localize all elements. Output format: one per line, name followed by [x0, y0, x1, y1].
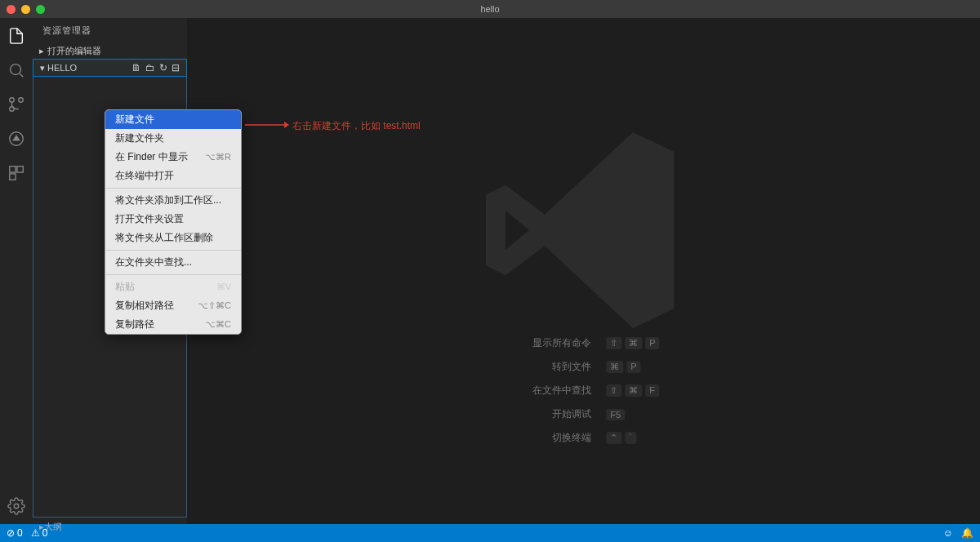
- menu-item-label: 在文件夹中查找...: [115, 255, 192, 269]
- key: F5: [606, 409, 625, 420]
- hint-label: 开始调试: [508, 407, 606, 421]
- hint-keys: ⌃`: [606, 432, 636, 444]
- menu-item-label: 将文件夹添加到工作区...: [115, 193, 221, 207]
- hint-row: 切换终端⌃`: [508, 431, 659, 445]
- context-menu: 新建文件新建文件夹在 Finder 中显示⌥⌘R在终端中打开将文件夹添加到工作区…: [105, 109, 242, 335]
- hint-label: 转到文件: [508, 360, 606, 374]
- editor-area: 显示所有命令⇧⌘P转到文件⌘P在文件中查找⇧⌘F开始调试F5切换终端⌃`: [188, 18, 980, 524]
- hint-keys: F5: [606, 409, 625, 420]
- error-icon: ⊘: [7, 527, 15, 539]
- chevron-right-icon: ▸: [39, 46, 47, 56]
- search-icon[interactable]: [7, 60, 26, 80]
- folder-actions: 🗎 🗀 ↻ ⊟: [131, 62, 180, 73]
- context-menu-item[interactable]: 新建文件夹: [105, 129, 241, 148]
- menu-item-shortcut: ⌘V: [216, 282, 231, 292]
- hint-row: 转到文件⌘P: [508, 360, 659, 374]
- titlebar: hello: [0, 0, 980, 18]
- svg-rect-7: [10, 174, 16, 180]
- key: ⇧: [606, 384, 621, 397]
- hint-keys: ⇧⌘F: [606, 384, 659, 397]
- menu-separator: [105, 250, 241, 251]
- sidebar-title: 资源管理器: [33, 18, 187, 43]
- menu-item-label: 粘贴: [115, 280, 135, 294]
- key: ⇧: [606, 337, 621, 349]
- key: ⌘: [625, 384, 642, 397]
- context-menu-item[interactable]: 打开文件夹设置: [105, 210, 241, 229]
- svg-point-0: [11, 64, 21, 75]
- vscode-logo-icon: [486, 132, 682, 328]
- status-notifications[interactable]: 🔔: [961, 527, 973, 539]
- menu-item-label: 新建文件: [115, 113, 154, 127]
- key: ⌘: [625, 337, 642, 349]
- svg-point-1: [19, 98, 24, 103]
- keyboard-hints: 显示所有命令⇧⌘P转到文件⌘P在文件中查找⇧⌘F开始调试F5切换终端⌃`: [508, 336, 659, 455]
- window-title: hello: [480, 4, 499, 14]
- chevron-down-icon: ▾: [40, 63, 45, 73]
- extensions-icon[interactable]: [7, 163, 26, 183]
- context-menu-item[interactable]: 在终端中打开: [105, 167, 241, 185]
- source-control-icon[interactable]: [7, 95, 26, 114]
- context-menu-item[interactable]: 在文件夹中查找...: [105, 253, 241, 272]
- folder-header[interactable]: ▾ HELLO 🗎 🗀 ↻ ⊟: [33, 59, 187, 77]
- context-menu-item[interactable]: 将文件夹从工作区删除: [105, 229, 241, 247]
- refresh-icon[interactable]: ↻: [159, 62, 167, 73]
- key: P: [645, 337, 659, 349]
- context-menu-item[interactable]: 在 Finder 中显示⌥⌘R: [105, 148, 241, 167]
- hint-row: 显示所有命令⇧⌘P: [508, 336, 659, 350]
- hint-label: 在文件中查找: [508, 384, 606, 398]
- key: F: [645, 384, 659, 397]
- warning-icon: ⚠: [31, 527, 40, 539]
- menu-item-label: 将文件夹从工作区删除: [115, 231, 213, 245]
- maximize-window-button[interactable]: [36, 5, 45, 14]
- hint-row: 开始调试F5: [508, 407, 659, 421]
- explorer-icon[interactable]: [7, 26, 26, 46]
- close-window-button[interactable]: [7, 5, 16, 14]
- debug-icon[interactable]: [7, 129, 26, 149]
- svg-point-3: [10, 98, 15, 103]
- open-editors-section[interactable]: ▸ 打开的编辑器: [33, 43, 187, 59]
- menu-item-label: 打开文件夹设置: [115, 212, 184, 226]
- menu-item-label: 复制路径: [115, 318, 154, 331]
- new-file-icon[interactable]: 🗎: [131, 62, 141, 73]
- key: ⌃: [606, 432, 621, 444]
- menu-item-label: 在终端中打开: [115, 169, 174, 183]
- context-menu-item[interactable]: 新建文件: [105, 110, 241, 129]
- error-count: 0: [17, 527, 23, 539]
- menu-item-shortcut: ⌥⌘R: [205, 152, 231, 162]
- key: ⌘: [606, 361, 623, 373]
- menu-item-label: 新建文件夹: [115, 131, 164, 145]
- new-folder-icon[interactable]: 🗀: [145, 62, 155, 73]
- folder-name: HELLO: [47, 63, 77, 73]
- smile-icon: ☺: [943, 527, 953, 539]
- hint-label: 显示所有命令: [508, 336, 606, 350]
- status-errors[interactable]: ⊘ 0: [7, 527, 23, 539]
- context-menu-item[interactable]: 复制相对路径⌥⇧⌘C: [105, 296, 241, 315]
- hint-label: 切换终端: [508, 431, 606, 445]
- context-menu-item[interactable]: 复制路径⌥⌘C: [105, 315, 241, 334]
- outline-section[interactable]: ▸ 大纲: [33, 518, 187, 536]
- menu-item-shortcut: ⌥⌘C: [205, 319, 231, 330]
- hint-row: 在文件中查找⇧⌘F: [508, 384, 659, 398]
- context-menu-item[interactable]: 将文件夹添加到工作区...: [105, 191, 241, 210]
- key: `: [625, 432, 636, 444]
- menu-separator: [105, 188, 241, 189]
- collapse-icon[interactable]: ⊟: [172, 62, 180, 73]
- status-warnings[interactable]: ⚠ 0: [31, 527, 48, 539]
- svg-rect-5: [10, 167, 16, 172]
- activity-bar: [0, 18, 33, 524]
- warning-count: 0: [42, 527, 48, 539]
- menu-item-label: 在 Finder 中显示: [115, 150, 188, 164]
- svg-rect-6: [17, 167, 23, 172]
- open-editors-label: 打开的编辑器: [47, 45, 101, 57]
- menu-item-shortcut: ⌥⇧⌘C: [198, 300, 231, 311]
- menu-item-label: 复制相对路径: [115, 299, 174, 313]
- menu-separator: [105, 274, 241, 275]
- minimize-window-button[interactable]: [21, 5, 30, 14]
- hint-keys: ⌘P: [606, 361, 640, 373]
- key: P: [626, 361, 640, 373]
- bell-icon: 🔔: [961, 527, 973, 539]
- settings-gear-icon[interactable]: [7, 496, 26, 516]
- context-menu-item: 粘贴⌘V: [105, 278, 241, 296]
- svg-point-8: [14, 504, 19, 509]
- status-feedback[interactable]: ☺: [943, 527, 953, 539]
